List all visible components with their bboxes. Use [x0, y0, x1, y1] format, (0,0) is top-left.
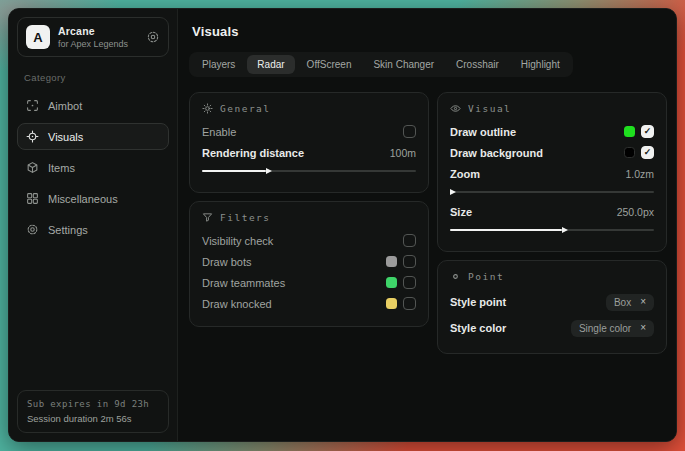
general-card: General Enable Rendering distance 100m — [189, 92, 429, 193]
slider-fill — [202, 170, 266, 172]
rendering-distance-row: Rendering distance 100m — [202, 142, 416, 163]
focus-crosshair-icon — [26, 130, 39, 143]
brand-card: A Arcane for Apex Legends — [17, 17, 169, 57]
style-point-value: Box — [614, 297, 631, 308]
draw-knocked-color-swatch[interactable] — [386, 298, 397, 309]
draw-background-row: Draw background ✓ — [450, 142, 654, 163]
filters-card-title: Filters — [220, 212, 271, 223]
point-card-title: Point — [468, 271, 504, 282]
style-color-row: Style color Single color × — [450, 315, 654, 341]
sidebar-item-label: Visuals — [48, 131, 83, 143]
point-card: Point Style point Box × Style color Sing… — [437, 260, 667, 354]
slider-track[interactable] — [202, 170, 416, 172]
brand-logo: A — [26, 25, 50, 49]
visibility-check-row: Visibility check — [202, 230, 416, 251]
app-window: A Arcane for Apex Legends Category Aimbo… — [8, 8, 677, 442]
gear-icon[interactable] — [146, 30, 160, 44]
tab-highlight[interactable]: Highlight — [511, 55, 570, 74]
aimbot-scan-icon — [26, 99, 39, 112]
sidebar-item-visuals[interactable]: Visuals — [17, 123, 169, 150]
draw-bots-row: Draw bots — [202, 251, 416, 272]
draw-knocked-checkbox[interactable] — [403, 297, 416, 310]
size-slider[interactable] — [450, 225, 654, 234]
visual-card-title: Visual — [468, 103, 511, 114]
filters-card: Filters Visibility check Draw bots — [189, 201, 429, 327]
filters-card-header: Filters — [202, 212, 416, 223]
session-duration-text: Session duration 2m 56s — [27, 413, 159, 424]
enable-row: Enable — [202, 121, 416, 142]
style-color-select[interactable]: Single color × — [571, 320, 654, 337]
slider-thumb[interactable] — [450, 189, 456, 195]
draw-knocked-row: Draw knocked — [202, 293, 416, 314]
draw-bots-label: Draw bots — [202, 256, 386, 268]
style-point-row: Style point Box × — [450, 289, 654, 315]
tab-crosshair[interactable]: Crosshair — [446, 55, 509, 74]
general-card-title: General — [220, 103, 271, 114]
size-label: Size — [450, 206, 617, 218]
tab-skin-changer[interactable]: Skin Changer — [363, 55, 444, 74]
draw-bots-checkbox[interactable] — [403, 255, 416, 268]
sidebar-nav: Aimbot Visuals Items — [17, 90, 169, 245]
page-title: Visuals — [192, 24, 667, 39]
slider-track[interactable] — [450, 191, 654, 193]
draw-outline-row: Draw outline ✓ — [450, 121, 654, 142]
draw-bots-color-swatch[interactable] — [386, 256, 397, 267]
style-point-label: Style point — [450, 296, 606, 308]
sidebar-item-miscellaneous[interactable]: Miscellaneous — [17, 185, 169, 212]
close-icon[interactable]: × — [640, 297, 646, 307]
tab-players[interactable]: Players — [192, 55, 245, 74]
slider-fill — [450, 229, 562, 231]
sidebar-item-label: Items — [48, 162, 75, 174]
sidebar: A Arcane for Apex Legends Category Aimbo… — [9, 9, 178, 441]
enable-checkbox[interactable] — [403, 125, 416, 138]
sun-icon — [202, 103, 213, 114]
draw-outline-color-swatch[interactable] — [624, 126, 635, 137]
close-icon[interactable]: × — [640, 323, 646, 333]
brand-title: Arcane — [58, 25, 128, 37]
visibility-check-label: Visibility check — [202, 235, 403, 247]
rendering-distance-value: 100m — [390, 147, 416, 159]
grid-icon — [26, 192, 39, 205]
draw-knocked-label: Draw knocked — [202, 298, 386, 310]
sidebar-item-aimbot[interactable]: Aimbot — [17, 92, 169, 119]
sidebar-item-items[interactable]: Items — [17, 154, 169, 181]
visual-card: Visual Draw outline ✓ Draw background — [437, 92, 667, 252]
zoom-value: 1.0zm — [625, 168, 654, 180]
dot-icon — [450, 271, 461, 282]
sub-expires-text: Sub expires in 9d 23h — [27, 399, 159, 409]
size-row: Size 250.0px — [450, 201, 654, 222]
draw-teammates-row: Draw teammates — [202, 272, 416, 293]
sidebar-item-label: Aimbot — [48, 100, 82, 112]
draw-outline-checkbox[interactable]: ✓ — [641, 125, 654, 138]
content-area: General Enable Rendering distance 100m — [189, 92, 667, 362]
zoom-label: Zoom — [450, 168, 625, 180]
sidebar-item-settings[interactable]: Settings — [17, 216, 169, 243]
zoom-slider[interactable] — [450, 187, 654, 196]
draw-outline-label: Draw outline — [450, 126, 624, 138]
slider-thumb[interactable] — [266, 168, 272, 174]
brand-subtitle: for Apex Legends — [58, 39, 128, 49]
funnel-icon — [202, 212, 213, 223]
tab-radar[interactable]: Radar — [247, 55, 294, 74]
style-point-select[interactable]: Box × — [606, 294, 654, 311]
brand-text: Arcane for Apex Legends — [58, 25, 128, 49]
sidebar-item-label: Settings — [48, 224, 88, 236]
draw-background-label: Draw background — [450, 147, 624, 159]
point-card-header: Point — [450, 271, 654, 282]
draw-background-checkbox[interactable]: ✓ — [641, 146, 654, 159]
general-card-header: General — [202, 103, 416, 114]
draw-teammates-color-swatch[interactable] — [386, 277, 397, 288]
slider-thumb[interactable] — [562, 227, 568, 233]
visibility-check-checkbox[interactable] — [403, 234, 416, 247]
rendering-distance-label: Rendering distance — [202, 147, 390, 159]
draw-teammates-checkbox[interactable] — [403, 276, 416, 289]
slider-track[interactable] — [450, 229, 654, 231]
zoom-row: Zoom 1.0zm — [450, 163, 654, 184]
size-value: 250.0px — [617, 206, 654, 218]
rendering-distance-slider[interactable] — [202, 166, 416, 175]
visual-card-header: Visual — [450, 103, 654, 114]
session-info-card: Sub expires in 9d 23h Session duration 2… — [17, 390, 169, 433]
tab-offscreen[interactable]: OffScreen — [297, 55, 362, 74]
main-panel: Visuals Players Radar OffScreen Skin Cha… — [178, 9, 676, 441]
draw-background-color-swatch[interactable] — [624, 147, 635, 158]
